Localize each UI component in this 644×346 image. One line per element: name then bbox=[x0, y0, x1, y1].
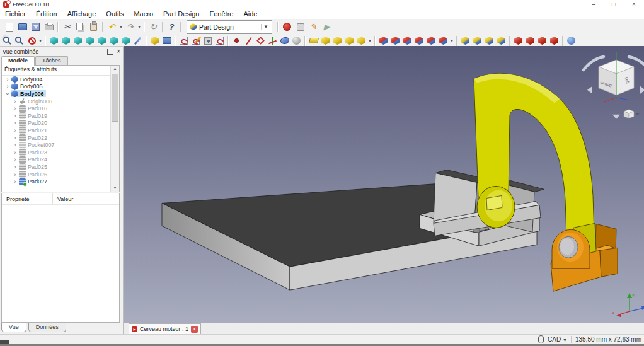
expand-icon[interactable]: › bbox=[12, 105, 18, 112]
navcube-down-arrow[interactable] bbox=[612, 115, 620, 119]
toolbar-view-axonometric-button[interactable] bbox=[49, 35, 59, 46]
toolbar-create-group-button[interactable] bbox=[161, 35, 172, 46]
toolbar-create-coordinate-system-button[interactable] bbox=[267, 35, 278, 46]
expand-icon[interactable]: › bbox=[12, 178, 18, 185]
expand-icon[interactable]: › bbox=[12, 120, 18, 126]
toolbar-view-front-button[interactable] bbox=[60, 35, 71, 46]
toolbar-undo-dropdown[interactable]: ▾ bbox=[118, 25, 124, 30]
toolbar-view-left-button[interactable] bbox=[120, 35, 131, 46]
toolbar-draw-style-button[interactable] bbox=[26, 35, 37, 46]
toolbar-create-datum-point-button[interactable] bbox=[231, 35, 242, 46]
toolbar-save-document-button[interactable] bbox=[30, 21, 42, 33]
toolbar-cut-button[interactable]: ✂ bbox=[61, 21, 73, 33]
toolbar-subtractive-primitive-dropdown[interactable]: ▾ bbox=[449, 38, 454, 43]
toolbar-revolution-button[interactable] bbox=[320, 35, 331, 46]
toolbar-open-document-button[interactable] bbox=[16, 21, 28, 33]
toolbar-draft-button[interactable] bbox=[537, 35, 548, 46]
toolbar-new-document-button[interactable] bbox=[3, 21, 15, 33]
toolbar-execute-macro-button[interactable]: ▶ bbox=[321, 21, 333, 33]
toolbar-subtractive-pipe-button[interactable] bbox=[426, 35, 437, 46]
toolbar-paste-button[interactable] bbox=[88, 21, 100, 33]
expand-icon[interactable]: › bbox=[12, 171, 18, 178]
toolbar-draw-style-dropdown[interactable]: ▾ bbox=[38, 38, 43, 43]
tree-item-pad020[interactable]: ›Pad020 bbox=[2, 120, 119, 127]
toolbar-pad-button[interactable] bbox=[308, 35, 319, 46]
menu-affichage[interactable]: Affichage bbox=[62, 9, 101, 19]
menu-fichier[interactable]: Fichier bbox=[0, 9, 31, 19]
toolbar-groove-button[interactable] bbox=[402, 35, 413, 46]
toolbar-validate-sketch-button[interactable] bbox=[202, 35, 213, 46]
expand-icon[interactable]: › bbox=[4, 83, 11, 89]
tree-item-pad023[interactable]: ›Pad023 bbox=[2, 149, 119, 156]
toolbar-view-right-button[interactable] bbox=[84, 35, 95, 46]
toolbar-map-sketch-to-face-button[interactable] bbox=[214, 35, 225, 46]
navcube-left-arrow[interactable] bbox=[587, 86, 592, 94]
tree-item-pad024[interactable]: ›Pad024 bbox=[2, 156, 119, 164]
toolbar-view-bottom-button[interactable] bbox=[108, 35, 119, 46]
toolbar-create-sketch-button[interactable] bbox=[178, 35, 189, 46]
dock-float-icon[interactable] bbox=[107, 49, 113, 55]
toolbar-stop-macro-button[interactable] bbox=[294, 21, 306, 33]
document-tab[interactable]: F Cerveau moteur : 1 bbox=[129, 323, 201, 334]
maximize-button[interactable] bbox=[604, 0, 624, 9]
expand-icon[interactable]: › bbox=[12, 156, 18, 163]
close-button[interactable] bbox=[624, 0, 644, 9]
navcube-right-arrow[interactable] bbox=[640, 86, 644, 94]
tree-item-pad026[interactable]: ›Pad026 bbox=[2, 171, 119, 178]
navcube-mini-cube[interactable] bbox=[624, 110, 640, 118]
toolbar-additive-primitive-dropdown[interactable]: ▾ bbox=[367, 38, 372, 43]
tab-donnees[interactable]: Données bbox=[28, 323, 66, 332]
toolbar-create-datum-plane-button[interactable] bbox=[255, 35, 266, 46]
menu-outils[interactable]: Outils bbox=[101, 9, 129, 19]
scroll-down-icon[interactable]: ▼ bbox=[111, 185, 119, 192]
toolbar-undo-button[interactable]: ↶ bbox=[106, 21, 118, 33]
toolbar-create-shape-binder-button[interactable] bbox=[279, 35, 290, 46]
tree-item-pad019[interactable]: ›Pad019 bbox=[2, 112, 119, 120]
tab-modele[interactable]: Modèle bbox=[1, 56, 35, 66]
expand-icon[interactable]: › bbox=[12, 149, 18, 156]
toolbar-whats-this-button[interactable]: ? bbox=[166, 21, 178, 33]
expand-icon[interactable]: › bbox=[12, 164, 18, 170]
toolbar-polar-pattern-button[interactable] bbox=[484, 35, 495, 46]
model-bearing-block[interactable] bbox=[551, 223, 618, 291]
tree-item-pad027[interactable]: ›Pad027 bbox=[2, 178, 119, 185]
toolbar-create-datum-line-button[interactable] bbox=[243, 35, 254, 46]
toolbar-thickness-button[interactable] bbox=[549, 35, 560, 46]
tree-item-body005[interactable]: ›Body005 bbox=[2, 83, 119, 91]
nav-style-dropdown[interactable]: CAD ▼ bbox=[548, 336, 567, 343]
tree-item-body006[interactable]: ›Body006 bbox=[2, 90, 119, 98]
toolbar-measure-distance-button[interactable] bbox=[132, 35, 143, 46]
tree-item-pad016[interactable]: ›Pad016 bbox=[2, 105, 119, 112]
toolbar-redo-button[interactable]: ↷ bbox=[124, 21, 136, 33]
toolbar-edit-sketch-button[interactable] bbox=[190, 35, 201, 46]
toolbar-hole-button[interactable] bbox=[390, 35, 401, 46]
tree-item-pad021[interactable]: ›Pad021 bbox=[2, 127, 119, 134]
close-document-icon[interactable] bbox=[191, 326, 198, 333]
viewport[interactable]: Bottom Left y z bbox=[124, 46, 644, 323]
menu-fenetre[interactable]: Fenêtre bbox=[205, 9, 239, 19]
scroll-thumb[interactable] bbox=[112, 74, 118, 122]
toolbar-edit-macro-button[interactable]: ✎ bbox=[308, 21, 319, 33]
toolbar-boolean-operation-button[interactable] bbox=[566, 35, 577, 46]
workbench-selector[interactable]: Part Design▼ bbox=[187, 20, 272, 34]
dock-close-icon[interactable]: × bbox=[117, 49, 120, 54]
toolbar-create-clone-button[interactable] bbox=[291, 35, 302, 46]
expand-icon[interactable]: › bbox=[12, 113, 18, 119]
tree-item-pocket007[interactable]: ›Pocket007 bbox=[2, 141, 119, 149]
toolbar-fillet-button[interactable] bbox=[513, 35, 524, 46]
toolbar-linear-pattern-button[interactable] bbox=[472, 35, 483, 46]
menu-macro[interactable]: Macro bbox=[129, 9, 158, 19]
expand-icon[interactable]: › bbox=[12, 142, 18, 148]
expand-icon[interactable]: › bbox=[12, 127, 18, 134]
collapse-icon[interactable]: › bbox=[4, 91, 11, 97]
toolbar-copy-button[interactable] bbox=[74, 21, 86, 33]
toolbar-additive-pipe-button[interactable] bbox=[344, 35, 355, 46]
3d-view[interactable]: Bottom Left y z bbox=[124, 46, 644, 323]
tree-item-pad025[interactable]: ›Pad025 bbox=[2, 163, 119, 171]
toolbar-fit-all-button[interactable] bbox=[3, 35, 13, 46]
tab-vue[interactable]: Vue bbox=[1, 323, 26, 332]
toolbar-subtractive-loft-button[interactable] bbox=[414, 35, 425, 46]
toolbar-subtractive-primitive-button[interactable] bbox=[438, 35, 449, 46]
toolbar-multitransform-button[interactable] bbox=[496, 35, 507, 46]
scroll-up-icon[interactable]: ▲ bbox=[111, 66, 119, 72]
